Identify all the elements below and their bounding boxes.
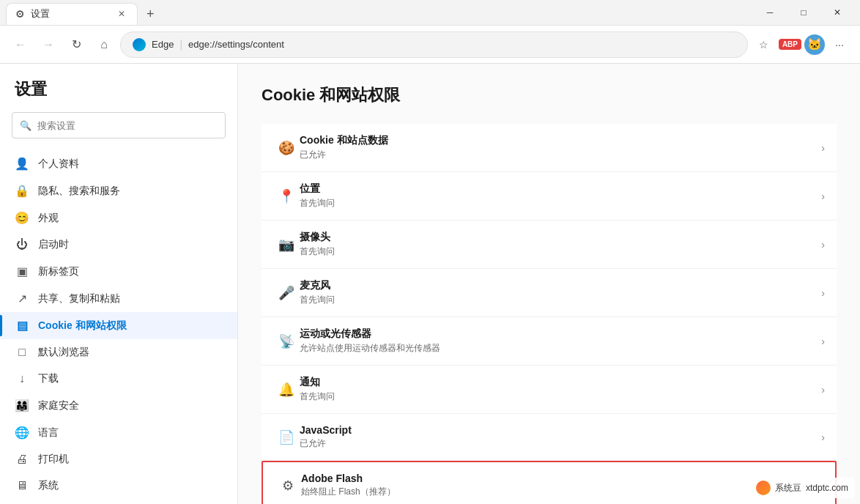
abp-button[interactable]: ABP [779, 39, 801, 50]
setting-item-microphone[interactable]: 🎤 麦克风 首先询问 › [262, 269, 837, 317]
cookies-icon: ▤ [15, 319, 29, 333]
language-icon: 🌐 [15, 426, 29, 440]
sidebar-item-family[interactable]: 👨‍👩‍👧 家庭安全 [0, 392, 237, 419]
setting-item-location[interactable]: 📍 位置 首先询问 › [262, 172, 837, 220]
setting-item-content: JavaScript 已允许 [300, 424, 815, 450]
sidebar-item-appearance[interactable]: 😊 外观 [0, 204, 237, 231]
navbar: ← → ↻ ⌂ Edge | edge://settings/content ☆… [0, 26, 860, 64]
profile-icon: 👤 [15, 157, 29, 171]
sidebar-item-system[interactable]: 🖥 系统 [0, 472, 237, 499]
watermark: 系统豆 xtdptc.com [750, 478, 854, 498]
profile-avatar-button[interactable]: 🐱 [804, 34, 825, 55]
chevron-right-icon: › [821, 239, 825, 251]
appearance-icon: 😊 [15, 211, 29, 225]
sidebar-item-reset[interactable]: ↺ 重置设置 [0, 499, 237, 504]
address-separator: | [179, 39, 182, 51]
sidebar-item-cookies[interactable]: ▤ Cookie 和网站权限 [0, 312, 237, 339]
browser-icon: □ [15, 346, 29, 359]
favorites-button[interactable]: ☆ [752, 33, 776, 56]
maximize-button[interactable]: □ [787, 0, 820, 26]
setting-item-content: 麦克风 首先询问 [300, 279, 815, 306]
setting-item-title: 位置 [300, 182, 815, 196]
startup-icon: ⏻ [15, 238, 29, 251]
setting-item-javascript[interactable]: 📄 JavaScript 已允许 › [262, 414, 837, 461]
sidebar-item-label: Cookie 和网站权限 [38, 319, 127, 333]
adobe-flash-icon: ⚙ [275, 478, 301, 494]
setting-item-notifications[interactable]: 🔔 通知 首先询问 › [262, 366, 837, 414]
content-area: Cookie 和网站权限 🍪 Cookie 和站点数据 已允许 › 📍 位置 首… [238, 64, 860, 504]
camera-icon: 📷 [273, 237, 300, 253]
chevron-right-icon: › [821, 287, 825, 299]
motion-icon: 📡 [273, 333, 300, 349]
tab-close-button[interactable]: ✕ [115, 7, 128, 21]
location-icon: 📍 [273, 188, 300, 204]
setting-item-subtitle: 首先询问 [300, 245, 815, 258]
refresh-button[interactable]: ↻ [64, 33, 88, 56]
sidebar-item-label: 默认浏览器 [38, 346, 89, 359]
printer-icon: 🖨 [15, 453, 29, 466]
sidebar-item-privacy[interactable]: 🔒 隐私、搜索和服务 [0, 177, 237, 204]
setting-item-title: 摄像头 [300, 231, 815, 244]
setting-item-title: Cookie 和站点数据 [300, 134, 815, 147]
active-tab[interactable]: ⚙ 设置 ✕ [6, 3, 138, 25]
sidebar-item-label: 下载 [38, 372, 59, 385]
setting-item-subtitle: 已允许 [300, 149, 815, 161]
sidebar-item-label: 共享、复制和粘贴 [38, 292, 120, 305]
setting-item-content: 通知 首先询问 [300, 376, 815, 403]
titlebar: ⚙ 设置 ✕ + ─ □ ✕ [0, 0, 860, 26]
sidebar-item-profile[interactable]: 👤 个人资料 [0, 150, 237, 177]
search-input[interactable] [37, 120, 218, 131]
sidebar-item-label: 语言 [38, 426, 59, 440]
system-icon: 🖥 [15, 479, 29, 492]
sidebar-item-newtab[interactable]: ▣ 新标签页 [0, 258, 237, 285]
sidebar-item-printer[interactable]: 🖨 打印机 [0, 446, 237, 472]
setting-item-motion[interactable]: 📡 运动或光传感器 允许站点使用运动传感器和光传感器 › [262, 317, 837, 366]
downloads-icon: ↓ [15, 372, 29, 385]
sidebar-item-label: 外观 [38, 212, 59, 225]
cookie-data-icon: 🍪 [273, 140, 300, 156]
setting-item-subtitle: 首先询问 [300, 390, 815, 403]
nav-action-buttons: ☆ ABP 🐱 ··· [752, 33, 851, 56]
close-button[interactable]: ✕ [820, 0, 854, 26]
setting-item-content: Adobe Flash 始终阻止 Flash（推荐） [301, 472, 814, 498]
setting-item-content: 位置 首先询问 [300, 182, 815, 210]
sidebar-item-label: 新标签页 [38, 265, 79, 278]
setting-item-cookie-data[interactable]: 🍪 Cookie 和站点数据 已允许 › [262, 124, 837, 172]
setting-item-camera[interactable]: 📷 摄像头 首先询问 › [262, 220, 837, 269]
sidebar-item-startup[interactable]: ⏻ 启动时 [0, 231, 237, 258]
window-controls: ─ □ ✕ [753, 0, 854, 26]
sidebar-item-language[interactable]: 🌐 语言 [0, 419, 237, 446]
edge-logo-icon [133, 38, 146, 51]
chevron-right-icon: › [821, 190, 825, 202]
sidebar-item-browser[interactable]: □ 默认浏览器 [0, 339, 237, 366]
tab-icon: ⚙ [15, 8, 25, 20]
minimize-button[interactable]: ─ [753, 0, 787, 26]
content-title: Cookie 和网站权限 [262, 84, 837, 106]
forward-button[interactable]: → [37, 33, 60, 56]
sidebar-item-share[interactable]: ↗ 共享、复制和粘贴 [0, 285, 237, 312]
more-button[interactable]: ··· [828, 33, 851, 56]
home-button[interactable]: ⌂ [92, 33, 116, 56]
search-box[interactable]: 🔍 [12, 112, 226, 138]
setting-item-subtitle: 已允许 [300, 437, 815, 450]
sidebar: 设置 🔍 👤 个人资料 🔒 隐私、搜索和服务 😊 外观 ⏻ 启动时 ▣ 新标签页… [0, 64, 238, 504]
setting-item-content: Cookie 和站点数据 已允许 [300, 134, 815, 161]
chevron-right-icon: › [821, 142, 825, 154]
sidebar-item-label: 系统 [38, 479, 59, 492]
back-button[interactable]: ← [9, 33, 32, 56]
setting-item-subtitle: 首先询问 [300, 197, 815, 210]
search-icon: 🔍 [20, 120, 31, 131]
microphone-icon: 🎤 [273, 285, 300, 301]
family-icon: 👨‍👩‍👧 [15, 399, 29, 412]
edge-brand-text: Edge [152, 39, 174, 50]
address-url: edge://settings/content [188, 39, 284, 50]
sidebar-item-label: 隐私、搜索和服务 [38, 185, 120, 198]
privacy-icon: 🔒 [15, 184, 29, 198]
new-tab-button[interactable]: + [141, 4, 160, 25]
sidebar-item-label: 打印机 [38, 453, 69, 466]
sidebar-item-downloads[interactable]: ↓ 下载 [0, 366, 237, 392]
setting-item-title: Adobe Flash [301, 472, 814, 484]
setting-item-title: 麦克风 [300, 279, 815, 292]
address-bar[interactable]: Edge | edge://settings/content [120, 32, 748, 58]
sidebar-item-label: 家庭安全 [38, 399, 79, 412]
